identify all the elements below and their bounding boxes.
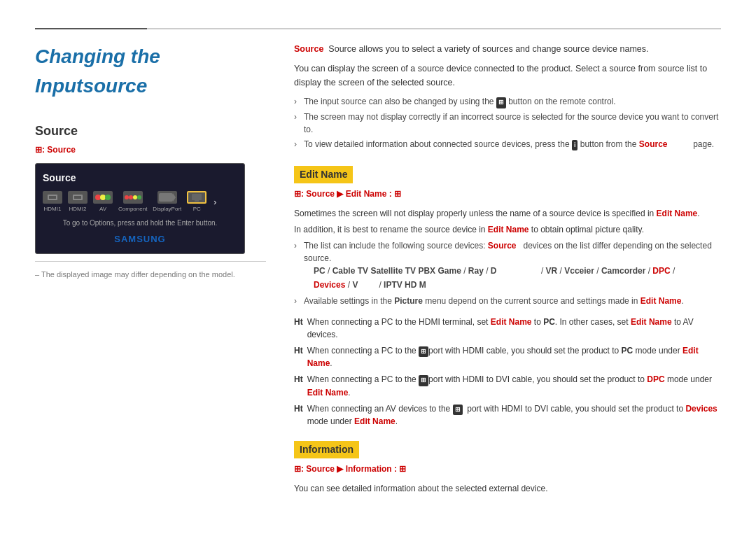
edit-name-kw4: Edit Name (640, 296, 682, 306)
source-hint: To go to Options, press and hold the Ent… (43, 218, 237, 228)
svg-rect-1 (49, 196, 56, 199)
bullet-3: To view detailed information about conne… (294, 138, 721, 151)
device-pbx: PBX (418, 266, 435, 276)
component-shape (123, 191, 143, 204)
hdmi1-shape (43, 191, 62, 204)
svg-rect-13 (192, 194, 202, 200)
device-d: D (491, 266, 497, 276)
page-container: Changing the Inputsource Source ⊞: Sourc… (0, 0, 756, 534)
device-devices: Devices (314, 280, 345, 290)
source-kw3: Source (488, 241, 517, 251)
device-vr: VR (546, 266, 558, 276)
edit-name-menu-path: ⊞: Source ▶ Edit Name : ⊞ (294, 188, 721, 200)
component-label: Component (118, 205, 147, 213)
av-shape (93, 191, 113, 204)
left-menu-path: ⊞: Source (35, 143, 266, 156)
right-column: Source Source allows you to select a var… (294, 42, 721, 498)
ht3-text: When connecting a PC to the ⊞port with H… (307, 373, 721, 399)
source-arrow[interactable]: › (214, 196, 216, 209)
ht3-label: Ht (294, 373, 303, 399)
intro-bullets: The input source can also be changed by … (294, 95, 721, 150)
ht1-label: Ht (294, 316, 303, 341)
device-pc: PC (314, 266, 326, 276)
port-icon4: ⊞ (453, 405, 463, 416)
source-keyword-2: Source (639, 139, 668, 149)
av-label: AV (99, 205, 106, 213)
source-icon-hdmi2[interactable]: HDMI2 (68, 191, 88, 213)
svg-point-4 (95, 195, 101, 200)
source-icon-component[interactable]: Component (118, 191, 147, 213)
ht2-text: When connecting a PC to the ⊞port with H… (307, 344, 721, 370)
device-camcorder: Camcorder (601, 266, 645, 276)
source-icon-av[interactable]: AV (93, 191, 113, 213)
page-title: Changing the Inputsource (35, 42, 266, 101)
edit-name-bullet1: The list can include the following sourc… (294, 239, 721, 291)
caption-text: – The displayed image may differ dependi… (35, 269, 266, 281)
displayport-shape (158, 191, 177, 204)
device-cable: Cable TV (332, 266, 368, 276)
info-icon: i (572, 140, 578, 151)
ht1-text: When connecting a PC to the HDMI termina… (307, 316, 721, 341)
section-label: Source (35, 122, 266, 141)
ht4-label: Ht (294, 402, 303, 428)
svg-marker-12 (173, 193, 176, 202)
svg-point-5 (100, 195, 106, 200)
main-layout: Changing the Inputsource Source ⊞: Sourc… (35, 42, 721, 498)
editname-kw5: Edit Name (491, 317, 532, 327)
source-box-title: Source (43, 171, 237, 185)
bullet-2: The screen may not display correctly if … (294, 111, 721, 136)
hdmi2-label: HDMI2 (69, 205, 87, 213)
left-column: Changing the Inputsource Source ⊞: Sourc… (35, 42, 266, 498)
device-game: Game (438, 266, 461, 276)
pc-kw: PC (543, 317, 555, 327)
edit-name-keyword: Edit Name (657, 209, 698, 218)
edit-name-bullets: The list can include the following sourc… (294, 239, 721, 307)
svg-point-7 (125, 195, 129, 199)
source-icons-row: HDMI1 HDMI2 AV (43, 191, 237, 213)
samsung-logo: SAMSUNG (43, 232, 237, 246)
intro-text-1: Source Source allows you to select a var… (294, 42, 721, 56)
pc-kw2: PC (622, 346, 634, 356)
device-v: V (352, 280, 358, 290)
information-menu-path: ⊞: Source ▶ Information : ⊞ (294, 463, 721, 475)
ht4-text: When connecting an AV devices to the ⊞ p… (307, 402, 721, 428)
ht2-label: Ht (294, 344, 303, 370)
edit-name-note1: Sometimes the screen will not display pr… (294, 207, 721, 220)
source-icon-displayport[interactable]: DisplayPort (153, 191, 181, 213)
hdmi2-shape (68, 191, 88, 204)
editname-kw7: Edit Name (307, 346, 699, 369)
information-heading: Information (294, 441, 359, 458)
device-satellite: Satellite TV (370, 266, 416, 276)
source-icon-hdmi1[interactable]: HDMI1 (43, 191, 62, 213)
device-iptv: IPTV HD M (384, 280, 426, 290)
intro-text-2: You can display the screen of a source d… (294, 62, 721, 90)
svg-rect-3 (74, 196, 81, 199)
port-icon3: ⊞ (419, 375, 428, 386)
source-icon-pc[interactable]: PC (187, 191, 206, 213)
editname-kw9: Edit Name (354, 416, 396, 426)
edit-name-note2: In addition, it is best to rename the so… (294, 223, 721, 237)
pc-label: PC (193, 205, 201, 213)
left-divider (35, 261, 266, 262)
bullet-1: The input source can also be changed by … (294, 95, 721, 108)
svg-rect-14 (195, 200, 199, 202)
svg-point-8 (129, 195, 133, 199)
ht-line-3: Ht When connecting a PC to the ⊞port wit… (294, 373, 721, 399)
devices-kw: Devices (685, 404, 717, 414)
information-note: You can see detailed information about t… (294, 482, 721, 496)
devices-list: PC / Cable TV Satellite TV PBX Game / Ra… (304, 265, 721, 291)
picture-kw: Picture (394, 296, 423, 306)
svg-point-10 (137, 195, 141, 199)
ht-line-2: Ht When connecting a PC to the ⊞port wit… (294, 344, 721, 370)
ht-line-4: Ht When connecting an AV devices to the … (294, 402, 721, 428)
source-box: Source HDMI1 HDMI2 (35, 163, 245, 254)
edit-name-bullet2: Available settings in the Picture menu d… (294, 295, 721, 307)
dpc-kw: DPC (647, 374, 664, 384)
remote-icon: ⊞ (496, 97, 506, 108)
svg-rect-11 (159, 193, 173, 202)
port-icon2: ⊞ (419, 346, 428, 358)
editname-kw6: Edit Name (631, 317, 672, 327)
device-vcceier: Vcceier (564, 266, 594, 276)
device-dpc: DPC (652, 266, 670, 276)
editname-kw8: Edit Name (307, 388, 349, 398)
